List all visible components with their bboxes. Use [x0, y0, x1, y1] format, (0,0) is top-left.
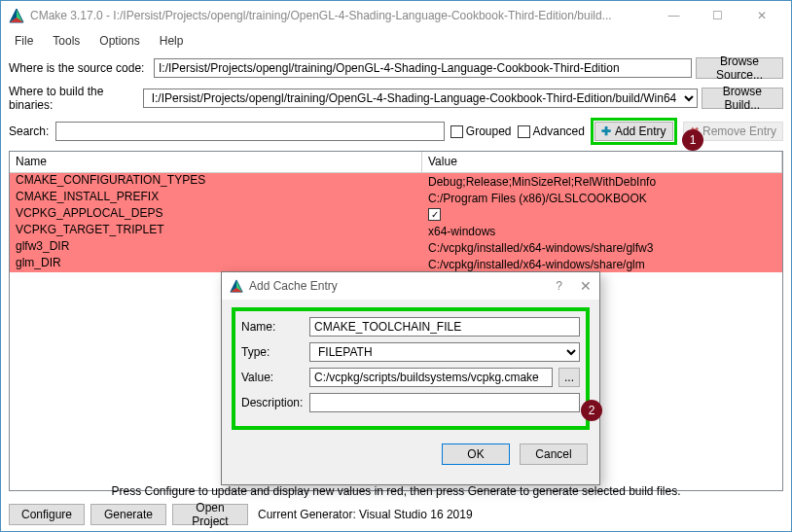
dialog-ok-button[interactable]: OK: [442, 443, 510, 465]
build-label: Where to build the binaries:: [9, 85, 139, 112]
col-value[interactable]: Value: [422, 152, 782, 172]
add-entry-button[interactable]: ✚ Add Entry: [594, 122, 673, 141]
cell-value: ✓: [422, 206, 782, 223]
cell-value: C:/vcpkg/installed/x64-windows/share/glm: [422, 256, 782, 272]
annotation-badge-2: 2: [581, 400, 602, 421]
plus-icon: ✚: [601, 124, 611, 138]
browse-build-button[interactable]: Browse Build...: [702, 88, 783, 109]
table-row[interactable]: VCPKG_TARGET_TRIPLETx64-windows: [10, 223, 782, 239]
search-label: Search:: [9, 124, 50, 138]
dialog-fields-highlight: Name: Type: FILEPATH Value: ... Descript…: [232, 307, 590, 430]
table-body: CMAKE_CONFIGURATION_TYPESDebug;Release;M…: [10, 173, 782, 272]
grouped-checkbox[interactable]: Grouped: [450, 124, 512, 138]
cell-name: CMAKE_INSTALL_PREFIX: [10, 190, 422, 206]
window-controls: — ☐ ✕: [652, 1, 783, 30]
dlg-value-label: Value:: [241, 371, 304, 384]
checkbox-icon[interactable]: ✓: [428, 208, 441, 221]
menu-tools[interactable]: Tools: [45, 32, 88, 50]
minimize-button[interactable]: —: [652, 1, 696, 30]
cell-value: x64-windows: [422, 223, 782, 239]
maximize-button[interactable]: ☐: [696, 1, 739, 30]
cell-name: VCPKG_TARGET_TRIPLET: [10, 223, 422, 239]
dlg-type-label: Type:: [241, 345, 304, 359]
configure-button[interactable]: Configure: [9, 504, 85, 525]
browse-source-button[interactable]: Browse Source...: [696, 57, 783, 79]
titlebar: CMake 3.17.0 - I:/IPersist/Projects/open…: [1, 1, 791, 30]
annotation-badge-1: 1: [682, 129, 703, 151]
table-row[interactable]: glfw3_DIRC:/vcpkg/installed/x64-windows/…: [10, 239, 782, 256]
menu-help[interactable]: Help: [152, 32, 192, 50]
window-title: CMake 3.17.0 - I:/IPersist/Projects/open…: [30, 9, 652, 22]
menubar: File Tools Options Help: [1, 30, 791, 52]
cell-value: C:/vcpkg/installed/x64-windows/share/glf…: [422, 239, 782, 256]
menu-file[interactable]: File: [7, 32, 41, 50]
advanced-checkbox[interactable]: Advanced: [518, 124, 585, 138]
table-header: Name Value: [10, 152, 782, 173]
cmake-logo-icon: [9, 8, 24, 23]
cell-name: glfw3_DIR: [10, 239, 422, 256]
cell-value: Debug;Release;MinSizeRel;RelWithDebInfo: [422, 173, 782, 190]
dlg-type-select[interactable]: FILEPATH: [309, 342, 580, 362]
bottom-bar: Configure Generate Open Project Current …: [1, 500, 791, 529]
cmake-logo-icon: [230, 279, 243, 293]
menu-options[interactable]: Options: [91, 32, 147, 50]
cell-name: VCPKG_APPLOCAL_DEPS: [10, 206, 422, 223]
cell-name: CMAKE_CONFIGURATION_TYPES: [10, 173, 422, 190]
dlg-name-label: Name:: [241, 320, 304, 334]
cell-name: glm_DIR: [10, 256, 422, 272]
table-row[interactable]: CMAKE_INSTALL_PREFIXC:/Program Files (x8…: [10, 190, 782, 206]
help-icon[interactable]: ?: [556, 279, 562, 293]
add-cache-entry-dialog: Add Cache Entry ? ✕ Name: Type: FILEPATH…: [221, 271, 600, 485]
add-entry-highlight: ✚ Add Entry: [591, 118, 677, 145]
dlg-desc-label: Description:: [241, 396, 304, 409]
table-row[interactable]: VCPKG_APPLOCAL_DEPS✓: [10, 206, 782, 223]
source-path-input[interactable]: [154, 58, 692, 78]
generate-button[interactable]: Generate: [90, 504, 166, 525]
open-project-button[interactable]: Open Project: [172, 504, 248, 525]
dialog-close-icon[interactable]: ✕: [580, 278, 592, 294]
cell-value: C:/Program Files (x86)/GLSLCOOKBOOK: [422, 190, 782, 206]
table-row[interactable]: CMAKE_CONFIGURATION_TYPESDebug;Release;M…: [10, 173, 782, 190]
current-generator: Current Generator: Visual Studio 16 2019: [258, 508, 473, 521]
table-row[interactable]: glm_DIRC:/vcpkg/installed/x64-windows/sh…: [10, 256, 782, 272]
dialog-title: Add Cache Entry: [249, 279, 556, 293]
search-input[interactable]: [55, 122, 445, 141]
build-path-select[interactable]: I:/IPersist/Projects/opengl/training/Ope…: [143, 89, 698, 108]
dlg-browse-button[interactable]: ...: [558, 368, 580, 387]
col-name[interactable]: Name: [10, 152, 422, 172]
dialog-cancel-button[interactable]: Cancel: [520, 443, 588, 465]
dlg-name-input[interactable]: [309, 317, 580, 337]
close-button[interactable]: ✕: [739, 1, 783, 30]
dlg-desc-input[interactable]: [309, 393, 580, 412]
dialog-titlebar: Add Cache Entry ? ✕: [222, 272, 599, 300]
source-label: Where is the source code:: [9, 61, 150, 75]
dlg-value-input[interactable]: [309, 368, 553, 387]
config-area: Where is the source code: Browse Source.…: [1, 52, 791, 151]
